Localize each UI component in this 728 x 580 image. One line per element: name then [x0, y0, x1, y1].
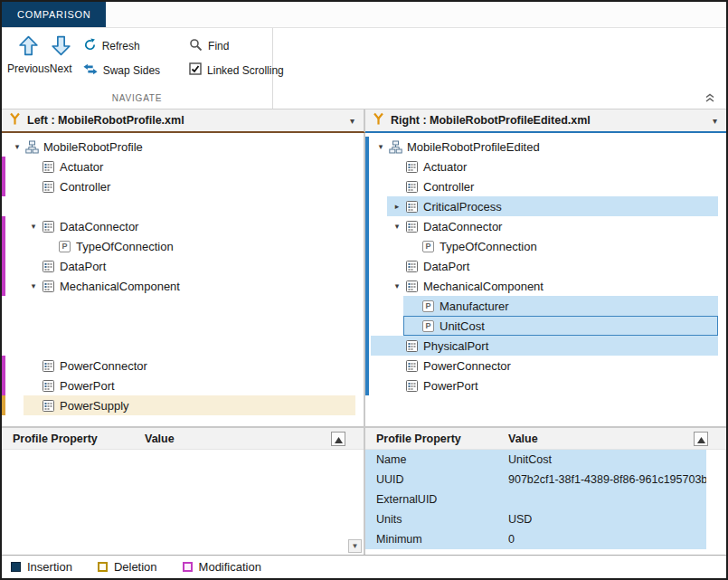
collapse-node-icon[interactable]: ▾ — [11, 142, 24, 151]
linked-scrolling-checkbox[interactable]: Linked Scrolling — [185, 59, 288, 81]
tree-item-powerport[interactable]: PowerPort — [2, 376, 364, 395]
left-file-selector[interactable]: Left : MobileRobotProfile.xml ▾ — [2, 109, 365, 133]
tree-item-typeofconnection[interactable]: PTypeOfConnection — [2, 236, 364, 256]
legend-item-modification: Modification — [183, 560, 261, 574]
property-value: 907b2cf1-38f1-4389-8f86-961c195703b7 — [508, 473, 706, 486]
tree-item-content: PowerSupply — [2, 395, 364, 415]
collapse-node-icon[interactable]: ▾ — [391, 222, 403, 231]
find-button-label: Find — [208, 40, 229, 52]
navigate-section-content: Previous Next Refresh — [2, 28, 272, 93]
tree-item-dataconnector[interactable]: ▾DataConnector — [2, 216, 364, 236]
find-button[interactable]: Find — [185, 34, 288, 57]
stereotype-icon — [405, 160, 419, 174]
stereotype-icon — [405, 180, 419, 194]
tree-item-content: PowerConnector — [2, 356, 364, 376]
property-icon: P — [421, 319, 435, 333]
tree-item-controller[interactable]: Controller — [2, 176, 364, 196]
property-name: UUID — [365, 473, 508, 486]
tree-item-content: ▾MobileRobotProfileEdited — [365, 137, 726, 157]
property-row-name[interactable]: NameUnitCost — [365, 450, 706, 470]
property-row-externaluid[interactable]: ExternalUID — [365, 490, 706, 509]
triangle-up-icon — [697, 431, 705, 447]
left-property-table-header: Profile Property Value — [2, 428, 364, 450]
tree-item-content: DataPort — [365, 256, 726, 276]
refresh-button-label: Refresh — [102, 40, 140, 52]
stereotype-icon — [42, 399, 55, 413]
tree-item-mobilerobotprofile[interactable]: ▾MobileRobotProfile — [2, 137, 364, 157]
collapse-ribbon-button[interactable] — [702, 92, 718, 104]
collapse-node-icon[interactable]: ▾ — [27, 222, 40, 231]
left-property-table: Profile Property Value ▼ — [2, 428, 365, 555]
hierarchy-icon — [389, 140, 402, 154]
stereotype-icon — [405, 379, 419, 393]
tree-item-label: MechanicalComponent — [419, 280, 544, 293]
property-value: UnitCost — [508, 453, 706, 466]
property-name: ExternalUID — [365, 493, 508, 506]
arrow-down-icon — [50, 34, 72, 60]
tree-item-dataconnector[interactable]: ▾DataConnector — [365, 216, 726, 236]
tree-item-powerconnector[interactable]: PowerConnector — [365, 356, 726, 376]
stereotype-icon — [405, 359, 419, 373]
tree-item-label: TypeOfConnection — [71, 240, 174, 253]
checkbox-checked-icon — [189, 62, 202, 78]
refresh-button[interactable]: Refresh — [80, 34, 164, 57]
chevron-down-icon: ▾ — [713, 116, 717, 126]
expand-node-icon[interactable]: ▸ — [391, 202, 403, 211]
tree-item-powersupply[interactable]: PowerSupply — [2, 395, 364, 415]
tree-item-content: PUnitCost — [365, 316, 726, 336]
tree-spacer-row — [2, 316, 364, 336]
tab-comparison[interactable]: COMPARISON — [2, 2, 106, 27]
property-name: Name — [365, 453, 508, 466]
collapse-right-property-pane-button[interactable] — [694, 432, 708, 446]
tree-item-typeofconnection[interactable]: PTypeOfConnection — [365, 236, 726, 256]
edge-spacer — [2, 296, 5, 316]
tree-item-actuator[interactable]: Actuator — [365, 157, 726, 176]
property-row-uuid[interactable]: UUID907b2cf1-38f1-4389-8f86-961c195703b7 — [365, 470, 706, 490]
right-file-selector[interactable]: Right : MobileRobotProfileEdited.xml ▾ — [365, 109, 726, 133]
tree-item-content: PowerPort — [365, 376, 726, 395]
collapse-node-icon[interactable]: ▾ — [391, 281, 403, 290]
tree-item-mechanicalcomponent[interactable]: ▾MechanicalComponent — [365, 276, 726, 296]
tree-item-mechanicalcomponent[interactable]: ▾MechanicalComponent — [2, 276, 364, 296]
collapse-left-property-pane-button[interactable] — [331, 432, 345, 446]
tree-item-powerport[interactable]: PowerPort — [365, 376, 726, 395]
tree-item-content: Actuator — [365, 157, 726, 176]
tree-item-label: PowerConnector — [419, 359, 511, 373]
tree-item-controller[interactable]: Controller — [365, 176, 726, 196]
tree-item-powerconnector[interactable]: PowerConnector — [2, 356, 364, 376]
tree-item-dataport[interactable]: DataPort — [365, 256, 726, 276]
legend-label: Deletion — [114, 560, 157, 574]
tree-item-content: PTypeOfConnection — [2, 236, 364, 256]
property-value: USD — [508, 513, 706, 526]
tree-item-label: Controller — [419, 180, 474, 194]
property-row-units[interactable]: UnitsUSD — [365, 509, 706, 529]
legend-label: Insertion — [27, 560, 72, 574]
diff-legend: InsertionDeletionModification — [2, 555, 726, 578]
scroll-down-button[interactable]: ▼ — [348, 539, 362, 553]
swap-sides-button[interactable]: Swap Sides — [80, 59, 164, 81]
tree-item-manufacturer[interactable]: PManufacturer — [365, 296, 726, 316]
tree-item-unitcost[interactable]: PUnitCost — [365, 316, 726, 336]
tree-item-dataport[interactable]: DataPort — [2, 256, 364, 276]
compare-branch-icon — [9, 112, 21, 128]
tree-item-actuator[interactable]: Actuator — [2, 157, 364, 176]
next-button[interactable]: Next — [50, 34, 72, 75]
tree-item-content: ▾MobileRobotProfile — [2, 137, 364, 157]
property-row-minimum[interactable]: Minimum0 — [365, 529, 706, 549]
tree-item-criticalprocess[interactable]: ▸CriticalProcess — [365, 196, 726, 216]
legend-item-insertion: Insertion — [11, 560, 72, 574]
tree-item-physicalport[interactable]: PhysicalPort — [365, 336, 726, 356]
hierarchy-icon — [25, 140, 39, 154]
ribbon-toolbar: Previous Next Refresh — [2, 28, 726, 109]
collapse-node-icon[interactable]: ▾ — [27, 281, 40, 290]
tree-item-content: PTypeOfConnection — [365, 236, 726, 256]
collapse-node-icon[interactable]: ▾ — [374, 142, 387, 151]
tree-item-label: Actuator — [55, 160, 103, 174]
tree-item-mobilerobotprofileedited[interactable]: ▾MobileRobotProfileEdited — [365, 137, 726, 157]
triangle-up-icon — [335, 431, 343, 447]
previous-button[interactable]: Previous — [7, 34, 50, 75]
tree-item-label: Actuator — [419, 160, 467, 174]
tree-item-content: PowerConnector — [365, 356, 726, 376]
tree-item-label: PowerConnector — [55, 359, 147, 373]
arrow-up-icon — [17, 34, 40, 60]
